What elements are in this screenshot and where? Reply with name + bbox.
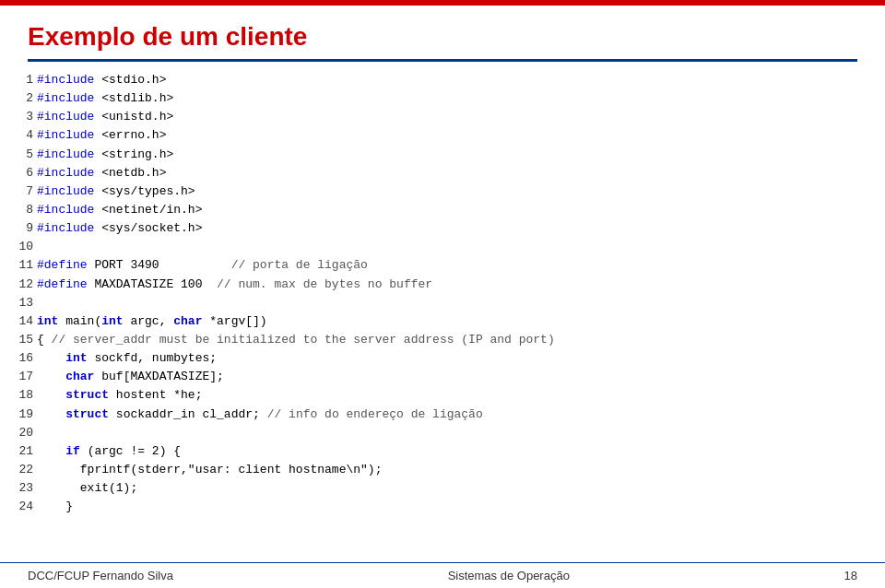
line-number: 1 [9,71,35,89]
code-row: 7 #include <sys/types.h> [9,182,867,201]
code-row: 19 struct sockaddr_in cl_addr; // info d… [9,406,867,424]
code-content: #include <netinet/in.h> [35,201,867,219]
code-content: #define MAXDATASIZE 100 // num. max de b… [35,276,867,294]
code-row: 10 [9,238,867,256]
code-content: #include <errno.h> [35,126,867,145]
code-content: #include <unistd.h> [35,108,867,126]
code-row: 4 #include <errno.h> [9,126,867,145]
code-content: int main(int argc, char *argv[]) [35,312,867,331]
line-number: 22 [9,461,35,479]
line-number: 12 [9,276,35,294]
code-table: 1 #include <stdio.h> 2 #include <stdlib.… [9,71,867,516]
code-content: if (argc != 2) { [35,442,867,461]
footer-center: Sistemas de Operação [448,569,570,582]
code-content: struct hostent *he; [35,386,867,405]
code-row: 21 if (argc != 2) { [9,442,867,461]
line-number: 21 [9,442,35,461]
line-number: 3 [9,108,35,126]
code-content: #define PORT 3490 // porta de ligação [35,256,867,275]
line-number: 11 [9,256,35,275]
line-number: 23 [9,479,35,498]
code-row: 3 #include <unistd.h> [9,108,867,126]
code-row: 24 } [9,498,867,516]
line-number: 18 [9,386,35,405]
code-content [35,294,867,312]
line-number: 14 [9,312,35,331]
line-number: 6 [9,164,35,182]
code-content: #include <string.h> [35,146,867,164]
code-row: 6 #include <netdb.h> [9,164,867,182]
code-content: fprintf(stderr,"usar: client hostname\n"… [35,461,867,479]
code-row: 17 char buf[MAXDATASIZE]; [9,368,867,386]
line-number: 15 [9,331,35,349]
line-number: 2 [9,89,35,108]
code-content: int sockfd, numbytes; [35,349,867,368]
code-row: 11 #define PORT 3490 // porta de ligação [9,256,867,275]
line-number: 24 [9,498,35,516]
code-content: } [35,498,867,516]
footer: DCC/FCUP Fernando Silva Sistemas de Oper… [0,562,885,588]
code-row: 1 #include <stdio.h> [9,71,867,89]
slide-title: Exemplo de um cliente [28,22,857,52]
footer-right: 18 [844,569,857,582]
line-number: 13 [9,294,35,312]
code-content: #include <sys/socket.h> [35,219,867,238]
code-content [35,238,867,256]
code-content: { // server_addr must be initialized to … [35,331,867,349]
code-row: 22 fprintf(stderr,"usar: client hostname… [9,461,867,479]
footer-left: DCC/FCUP Fernando Silva [28,569,173,582]
code-area: 1 #include <stdio.h> 2 #include <stdlib.… [0,62,885,562]
title-area: Exemplo de um cliente [0,6,885,59]
code-row: 9 #include <sys/socket.h> [9,219,867,238]
code-content: #include <stdio.h> [35,71,867,89]
line-number: 17 [9,368,35,386]
code-row: 18 struct hostent *he; [9,386,867,405]
line-number: 7 [9,182,35,201]
slide-container: Exemplo de um cliente 1 #include <stdio.… [0,0,885,588]
code-content: #include <stdlib.h> [35,89,867,108]
code-row: 12 #define MAXDATASIZE 100 // num. max d… [9,276,867,294]
line-number: 19 [9,406,35,424]
code-row: 5 #include <string.h> [9,146,867,164]
code-row: 14 int main(int argc, char *argv[]) [9,312,867,331]
line-number: 10 [9,238,35,256]
code-content: #include <netdb.h> [35,164,867,182]
code-row: 8 #include <netinet/in.h> [9,201,867,219]
code-row: 23 exit(1); [9,479,867,498]
code-row: 13 [9,294,867,312]
line-number: 16 [9,349,35,368]
line-number: 20 [9,424,35,442]
line-number: 5 [9,146,35,164]
line-number: 9 [9,219,35,238]
code-content: char buf[MAXDATASIZE]; [35,368,867,386]
line-number: 8 [9,201,35,219]
code-content: struct sockaddr_in cl_addr; // info do e… [35,406,867,424]
line-number: 4 [9,126,35,145]
code-content [35,424,867,442]
code-row: 15 { // server_addr must be initialized … [9,331,867,349]
code-row: 2 #include <stdlib.h> [9,89,867,108]
code-row: 16 int sockfd, numbytes; [9,349,867,368]
code-content: exit(1); [35,479,867,498]
code-row: 20 [9,424,867,442]
code-content: #include <sys/types.h> [35,182,867,201]
